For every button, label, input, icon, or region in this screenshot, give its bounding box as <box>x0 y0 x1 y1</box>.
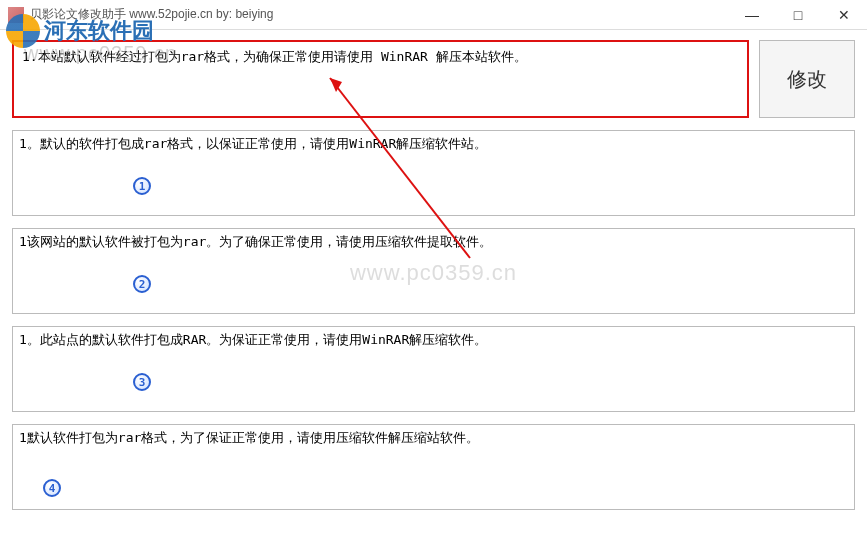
minimize-button[interactable]: — <box>729 0 775 29</box>
input-row: 修改 <box>12 40 855 118</box>
badge-1-icon: 1 <box>133 177 151 195</box>
badge-4-icon: 4 <box>43 479 61 497</box>
client-area: 修改 1。默认的软件打包成rar格式，以保证正常使用，请使用WinRAR解压缩软… <box>0 30 867 510</box>
close-button[interactable]: ✕ <box>821 0 867 29</box>
badge-2-icon: 2 <box>133 275 151 293</box>
result-text: 1。此站点的默认软件打包成RAR。为保证正常使用，请使用WinRAR解压缩软件。 <box>19 332 487 347</box>
result-panel-2[interactable]: 1该网站的默认软件被打包为rar。为了确保正常使用，请使用压缩软件提取软件。 2 <box>12 228 855 314</box>
maximize-button[interactable]: □ <box>775 0 821 29</box>
source-text-input[interactable] <box>12 40 749 118</box>
badge-3-icon: 3 <box>133 373 151 391</box>
result-text: 1。默认的软件打包成rar格式，以保证正常使用，请使用WinRAR解压缩软件站。 <box>19 136 487 151</box>
result-text: 1默认软件打包为rar格式，为了保证正常使用，请使用压缩软件解压缩站软件。 <box>19 430 479 445</box>
result-panel-3[interactable]: 1。此站点的默认软件打包成RAR。为保证正常使用，请使用WinRAR解压缩软件。… <box>12 326 855 412</box>
app-icon <box>8 7 24 23</box>
result-panel-4[interactable]: 1默认软件打包为rar格式，为了保证正常使用，请使用压缩软件解压缩站软件。 4 <box>12 424 855 510</box>
window-controls: — □ ✕ <box>729 0 867 29</box>
result-panel-1[interactable]: 1。默认的软件打包成rar格式，以保证正常使用，请使用WinRAR解压缩软件站。… <box>12 130 855 216</box>
window-title: 贝影论文修改助手 www.52pojie.cn by: beiying <box>30 6 729 23</box>
result-text: 1该网站的默认软件被打包为rar。为了确保正常使用，请使用压缩软件提取软件。 <box>19 234 492 249</box>
title-bar: 贝影论文修改助手 www.52pojie.cn by: beiying — □ … <box>0 0 867 30</box>
modify-button[interactable]: 修改 <box>759 40 855 118</box>
